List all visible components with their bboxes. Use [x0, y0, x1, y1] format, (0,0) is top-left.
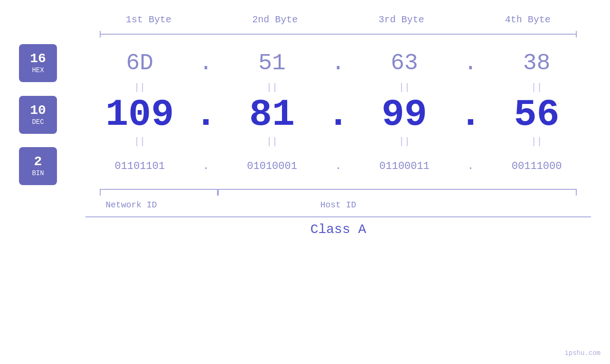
eq2-b2: ||: [218, 136, 327, 147]
hex-dot-3: .: [459, 50, 482, 76]
hex-byte-1: 6D: [85, 50, 194, 76]
byte-header-2: 2nd Byte: [212, 14, 338, 25]
bin-base-label: BIN: [32, 169, 44, 177]
bin-badge: 2 BIN: [19, 147, 57, 185]
eq2-b1: ||: [85, 136, 194, 147]
dec-badge-col: 10 DEC: [19, 96, 85, 134]
hex-values-col: 6D . 51 . 63 . 38: [85, 50, 591, 76]
hex-row: 16 HEX 6D . 51 . 63 . 38: [19, 44, 591, 82]
hex-dot-2: .: [327, 50, 350, 76]
dec-base-number: 10: [30, 104, 46, 117]
bin-values-col: 01101101 . 01010001 . 01100011 . 0011100…: [85, 160, 591, 172]
dec-byte-4: 56: [482, 93, 591, 136]
main-container: 1st Byte 2nd Byte 3rd Byte 4th Byte 16 H…: [0, 0, 610, 364]
eq2-b4: ||: [482, 136, 591, 147]
eq2-b3: ||: [350, 136, 459, 147]
dec-byte-2: 81: [218, 93, 327, 136]
byte-header-4: 4th Byte: [465, 14, 591, 25]
byte-header-3: 3rd Byte: [338, 14, 465, 25]
eq1-b4: ||: [482, 82, 591, 93]
dec-byte-1: 109: [85, 93, 194, 136]
equals-row-2: || || || ||: [85, 136, 591, 147]
id-labels: Network ID Host ID: [85, 200, 591, 210]
hex-dot-1: .: [194, 50, 218, 76]
bin-dot-2: .: [327, 160, 350, 172]
bin-byte-2: 01010001: [218, 160, 327, 172]
bin-byte-1: 01101101: [85, 160, 194, 172]
dec-base-label: DEC: [32, 118, 44, 126]
network-id-label: Network ID: [85, 200, 177, 210]
hex-badge: 16 HEX: [19, 44, 57, 82]
watermark: ipshu.com: [564, 349, 601, 357]
dec-badge: 10 DEC: [19, 96, 57, 134]
byte-headers: 1st Byte 2nd Byte 3rd Byte 4th Byte: [85, 14, 591, 25]
equals-row-1: || || || ||: [85, 82, 591, 93]
bottom-bracket: [85, 189, 591, 197]
dec-dot-3: .: [459, 93, 482, 136]
host-id-label: Host ID: [201, 200, 476, 210]
hex-base-number: 16: [30, 52, 46, 65]
eq1-b2: ||: [218, 82, 327, 93]
hex-byte-4: 38: [482, 50, 591, 76]
dec-row: 10 DEC 109 . 81 . 99 . 56: [19, 93, 591, 136]
class-label: Class A: [85, 222, 591, 237]
dec-byte-3: 99: [350, 93, 459, 136]
byte-header-1: 1st Byte: [85, 14, 212, 25]
eq1-b1: ||: [85, 82, 194, 93]
hex-base-label: HEX: [32, 66, 44, 74]
bin-byte-4: 00111000: [482, 160, 591, 172]
bin-dot-1: .: [194, 160, 218, 172]
bin-base-number: 2: [34, 155, 42, 168]
dec-dot-2: .: [327, 93, 350, 136]
eq1-b3: ||: [350, 82, 459, 93]
hex-badge-col: 16 HEX: [19, 44, 85, 82]
hex-byte-2: 51: [218, 50, 327, 76]
hex-byte-3: 63: [350, 50, 459, 76]
dec-values-col: 109 . 81 . 99 . 56: [85, 93, 591, 136]
bin-badge-col: 2 BIN: [19, 147, 85, 185]
bin-dot-3: .: [459, 160, 482, 172]
class-underline: [85, 216, 591, 217]
bin-byte-3: 01100011: [350, 160, 459, 172]
dec-dot-1: .: [194, 93, 218, 136]
bin-row: 2 BIN 01101101 . 01010001 . 01100011 .: [19, 147, 591, 185]
